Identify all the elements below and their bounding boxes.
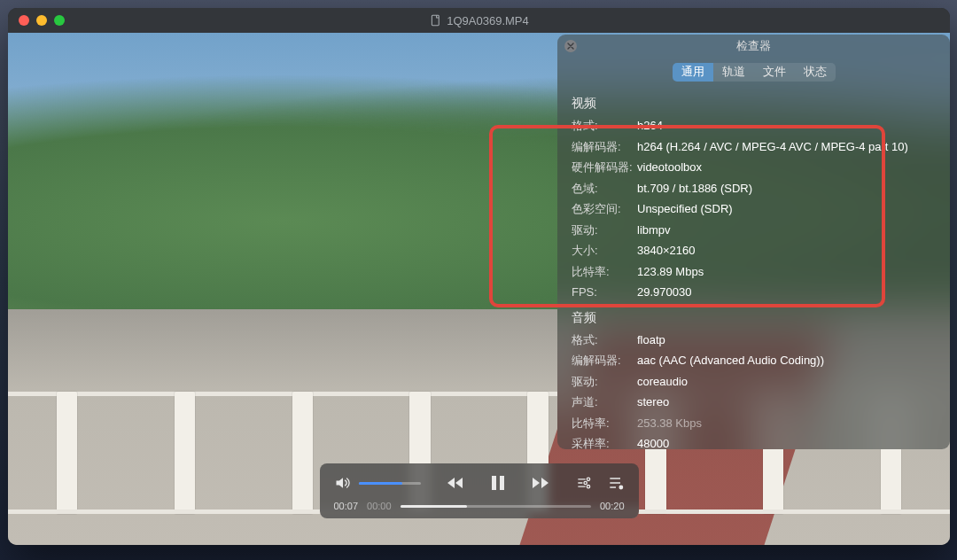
label: 色域: xyxy=(572,180,637,198)
inspector-tabs: 通用 轨道 文件 状态 xyxy=(557,63,950,82)
value: 253.38 Kbps xyxy=(637,415,702,432)
traffic-lights xyxy=(8,15,65,26)
label: 硬件解码器: xyxy=(572,159,637,176)
value: bt.709 / bt.1886 (SDR) xyxy=(637,180,752,198)
titlebar[interactable]: 1Q9A0369.MP4 xyxy=(8,8,950,33)
document-icon xyxy=(429,14,441,27)
audio-section-heading: 音频 xyxy=(557,303,950,330)
label: 编解码器: xyxy=(572,138,637,156)
time-total: 00:20 xyxy=(600,501,625,511)
value: stereo xyxy=(637,393,669,411)
label: 色彩空间: xyxy=(572,200,637,218)
svg-point-4 xyxy=(584,481,587,484)
window-title-text: 1Q9A0369.MP4 xyxy=(447,14,529,27)
value: 48000 xyxy=(637,435,669,449)
window-title: 1Q9A0369.MP4 xyxy=(429,14,529,27)
playback-controls: 00:07 00:00 00:20 xyxy=(320,463,639,518)
tab-general[interactable]: 通用 xyxy=(673,63,713,82)
inspector-title: 检查器 xyxy=(736,38,771,54)
settings-icon[interactable] xyxy=(575,474,593,492)
value: videotoolbox xyxy=(637,159,702,176)
maximize-button[interactable] xyxy=(54,15,65,26)
label: 声道: xyxy=(572,393,637,411)
tab-file[interactable]: 文件 xyxy=(754,63,795,82)
svg-point-5 xyxy=(587,486,589,488)
time-start: 00:00 xyxy=(367,501,392,511)
svg-rect-0 xyxy=(432,15,439,25)
svg-point-3 xyxy=(587,478,589,480)
video-section-heading: 视频 xyxy=(557,89,950,115)
svg-point-6 xyxy=(619,486,622,488)
rewind-button[interactable] xyxy=(445,472,466,494)
label: FPS: xyxy=(572,284,637,301)
time-current: 00:07 xyxy=(334,501,359,511)
value: 29.970030 xyxy=(637,284,691,301)
label: 编解码器: xyxy=(572,352,637,369)
label: 驱动: xyxy=(572,373,637,391)
value: coreaudio xyxy=(637,373,688,391)
minimize-button[interactable] xyxy=(36,15,47,26)
svg-rect-2 xyxy=(500,476,504,490)
value: aac (AAC (Advanced Audio Coding)) xyxy=(637,352,824,369)
tab-status[interactable]: 状态 xyxy=(795,63,836,82)
value: 3840×2160 xyxy=(637,242,695,260)
progress-slider[interactable] xyxy=(401,505,591,508)
value: h264 (H.264 / AVC / MPEG-4 AVC / MPEG-4 … xyxy=(637,138,908,156)
label: 驱动: xyxy=(572,222,637,239)
label: 大小: xyxy=(572,242,637,260)
label: 格式: xyxy=(572,117,637,135)
value: Unspecified (SDR) xyxy=(637,200,733,218)
inspector-titlebar[interactable]: 检查器 xyxy=(557,35,950,58)
value: libmpv xyxy=(637,222,671,239)
close-button[interactable] xyxy=(19,15,29,26)
label: 比特率: xyxy=(572,415,637,432)
volume-slider[interactable] xyxy=(359,482,421,485)
volume-icon[interactable] xyxy=(334,474,352,492)
inspector-panel: 检查器 通用 轨道 文件 状态 视频 格式:h264 编解码器:h264 (H.… xyxy=(557,35,950,449)
tab-tracks[interactable]: 轨道 xyxy=(713,63,754,82)
forward-button[interactable] xyxy=(530,472,551,494)
label: 比特率: xyxy=(572,263,637,281)
value: 123.89 Mbps xyxy=(637,263,704,281)
value: floatp xyxy=(637,331,665,349)
label: 采样率: xyxy=(572,435,637,449)
play-pause-button[interactable] xyxy=(487,472,509,494)
value: h264 xyxy=(637,117,663,135)
close-icon[interactable] xyxy=(564,40,577,52)
label: 格式: xyxy=(572,331,637,349)
playlist-icon[interactable] xyxy=(607,474,625,492)
svg-rect-1 xyxy=(492,476,496,490)
